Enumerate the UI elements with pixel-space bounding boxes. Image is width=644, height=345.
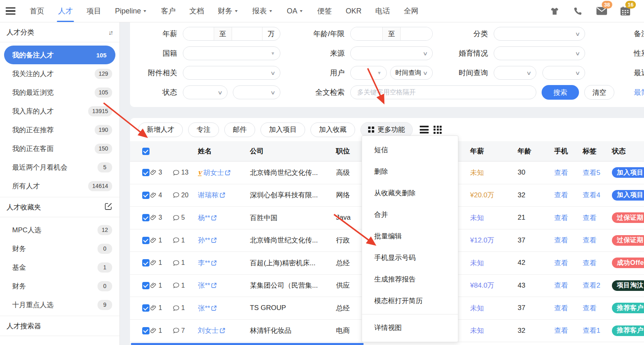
tags-view-link[interactable]: 查看4	[583, 191, 600, 199]
attachment-count[interactable]: 1	[150, 259, 173, 266]
phone-view-link[interactable]: 查看	[554, 304, 568, 312]
candidate-name-link[interactable]: 张**	[198, 281, 210, 290]
row-checkbox[interactable]	[142, 282, 150, 289]
salary-cell[interactable]: ¥12.0万	[470, 236, 518, 245]
talent-searcher-header[interactable]: 人才搜索器	[0, 316, 119, 336]
time-query-select-2[interactable]: ∨	[542, 66, 585, 80]
candidate-name-link[interactable]: 孙**	[198, 236, 210, 245]
sidebar-item[interactable]: 十月重点人选 9	[0, 295, 119, 314]
menu-item-从收藏夹删除[interactable]: 从收藏夹删除	[362, 182, 458, 204]
nav-item-电话[interactable]: 电话	[369, 0, 397, 22]
category-select[interactable]: ∨	[494, 27, 585, 41]
menu-item-短信[interactable]: 短信	[362, 139, 458, 161]
sidebar-item[interactable]: 财务 0	[0, 277, 119, 295]
salary-cell[interactable]: 未知	[470, 258, 518, 268]
tags-view-link[interactable]: 查看5	[583, 169, 600, 177]
attachment-count[interactable]: 3	[150, 169, 173, 176]
sidebar-item[interactable]: 最近两个月看机会 5	[0, 158, 119, 177]
menu-item-模态框打开简历[interactable]: 模态框打开简历	[362, 290, 458, 312]
shirt-icon[interactable]	[549, 6, 560, 16]
tags-view-link[interactable]: 查看	[583, 236, 596, 244]
row-checkbox[interactable]	[142, 237, 150, 244]
comment-count[interactable]: 5	[173, 214, 198, 221]
user-select[interactable]: ▼	[350, 66, 387, 80]
comment-count[interactable]: 20	[173, 192, 198, 199]
candidate-name-link[interactable]: 杨**	[198, 213, 210, 223]
comment-count[interactable]: 13	[173, 169, 198, 176]
nationality-select[interactable]: ▼	[183, 46, 280, 60]
row-checkbox[interactable]	[142, 192, 150, 199]
comment-count[interactable]: 1	[173, 259, 198, 266]
attachment-count[interactable]: 1	[150, 304, 173, 312]
sidebar-item[interactable]: 我入库的人才 13915	[0, 102, 119, 120]
phone-view-link[interactable]: 查看	[554, 214, 568, 222]
age-max-input[interactable]	[401, 27, 432, 40]
candidate-name-link[interactable]: 张**	[198, 304, 210, 313]
tags-view-link[interactable]: 查看	[583, 214, 596, 222]
list-view-icon[interactable]	[420, 126, 429, 133]
candidate-name-link[interactable]: 谢瑞秾	[198, 190, 219, 200]
salary-cell[interactable]: 未知	[470, 213, 518, 223]
toolbar-button-加入项目[interactable]: 加入项目	[260, 122, 305, 137]
row-checkbox[interactable]	[142, 259, 150, 266]
attachment-count[interactable]: 1	[150, 237, 173, 244]
time-query-button[interactable]: 时间查询∨	[390, 66, 433, 80]
salary-min-input[interactable]	[183, 27, 214, 40]
select-all-checkbox[interactable]	[142, 148, 150, 155]
external-link-icon[interactable]	[211, 305, 217, 311]
row-checkbox[interactable]	[142, 304, 150, 312]
nav-item-项目[interactable]: 项目	[80, 0, 108, 22]
menu-item-生成推荐报告[interactable]: 生成推荐报告	[362, 269, 458, 290]
menu-item-批量编辑[interactable]: 批量编辑	[362, 225, 458, 247]
phone-view-link[interactable]: 查看	[554, 169, 568, 177]
attachment-count[interactable]: 4	[150, 192, 173, 199]
sidebar-item[interactable]: 我的正在推荐 190	[0, 120, 119, 139]
fulltext-search-input[interactable]	[350, 85, 536, 99]
calendar-icon[interactable]: 16	[620, 6, 631, 16]
sidebar-item[interactable]: 我的正在客面 150	[0, 139, 119, 158]
toolbar-button-专注[interactable]: 专注	[188, 122, 219, 137]
nav-item-首页[interactable]: 首页	[23, 0, 51, 22]
nav-item-人才[interactable]: 人才	[51, 0, 80, 22]
nav-item-客户[interactable]: 客户	[154, 0, 182, 22]
external-link-icon[interactable]	[219, 192, 226, 198]
nav-item-财务[interactable]: 财务▼	[211, 0, 245, 22]
sidebar-item[interactable]: 我的备注人才 105	[4, 46, 115, 64]
card-view-icon[interactable]	[434, 126, 442, 134]
search-button[interactable]: 搜索	[542, 85, 579, 100]
row-checkbox[interactable]	[142, 327, 150, 334]
nav-item-OKR[interactable]: OKR	[339, 0, 369, 22]
candidate-name-link[interactable]: 胡女士	[203, 168, 224, 177]
phone-view-link[interactable]: 查看	[554, 282, 568, 289]
nav-item-Pipeline[interactable]: Pipeline▼	[108, 0, 154, 22]
more-functions-button[interactable]: 更多功能	[360, 122, 413, 138]
nav-item-报表[interactable]: 报表▼	[245, 0, 280, 22]
status-select-1[interactable]: ∨	[183, 85, 228, 99]
attachment-count[interactable]: 3	[150, 214, 173, 221]
candidate-name-link[interactable]: 刘女士	[198, 326, 219, 335]
tags-view-link[interactable]: 查看	[583, 259, 596, 267]
external-link-icon[interactable]	[211, 215, 217, 221]
phone-view-link[interactable]: 查看	[554, 259, 568, 267]
menu-item-合并[interactable]: 合并	[362, 204, 458, 225]
external-link-icon[interactable]	[211, 260, 217, 266]
tags-view-link[interactable]: 查看2	[583, 282, 600, 289]
candidate-name-link[interactable]: 李**	[198, 258, 210, 268]
comment-count[interactable]: 7	[173, 327, 198, 334]
edit-folder-icon[interactable]	[105, 203, 112, 212]
salary-cell[interactable]: ¥20.0万	[470, 190, 518, 200]
time-query-select-1[interactable]: ∨	[494, 66, 536, 80]
external-link-icon[interactable]	[211, 282, 217, 288]
hamburger-menu-icon[interactable]	[6, 7, 15, 15]
marital-select[interactable]: ∨	[494, 46, 585, 60]
sidebar-item[interactable]: 所有人才 14614	[0, 177, 119, 195]
sort-icon[interactable]: ↓↑	[108, 29, 112, 36]
horizontal-scrollbar[interactable]	[131, 343, 364, 345]
nav-item-OA[interactable]: OA▼	[280, 0, 310, 22]
sidebar-item[interactable]: MPC人选 12	[0, 221, 119, 239]
external-link-icon[interactable]	[211, 237, 217, 243]
sidebar-item[interactable]: 我的最近浏览 105	[0, 83, 119, 102]
mail-icon[interactable]: 38	[596, 6, 607, 16]
nav-item-全网[interactable]: 全网	[397, 0, 425, 22]
salary-cell[interactable]: 未知	[470, 326, 518, 335]
